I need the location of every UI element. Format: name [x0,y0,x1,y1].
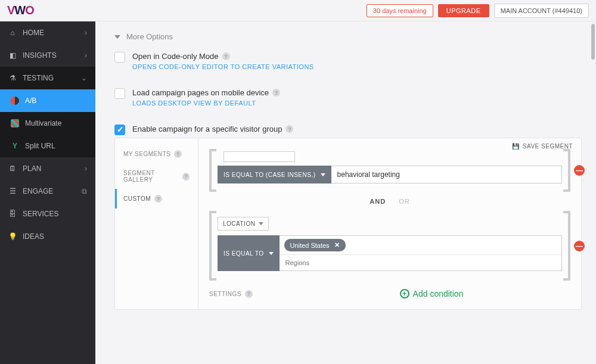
sidebar-item-split-url[interactable]: YSplit URL [0,135,95,157]
sidebar-item-plan[interactable]: 🗓PLAN › [0,157,95,180]
home-icon: ⌂ [8,29,17,37]
help-icon[interactable]: ? [154,195,162,203]
sidebar: ⌂HOME › ◧INSIGHTS › ⚗TESTING ⌄ A/B Multi… [0,21,95,364]
option-mobile-load: Load campaign pages on mobile device? LO… [114,88,582,107]
segment-body: 💾SAVE SEGMENT IS EQUAL TO (CASE INSENS.)… [198,138,581,309]
help-icon[interactable]: ? [245,290,253,298]
option-sublabel: LOADS DESKTOP VIEW BY DEFAULT [132,99,280,107]
more-options-toggle[interactable]: More Options [114,32,582,41]
option-sublabel: OPENS CODE-ONLY EDITOR TO CREATE VARIATI… [132,63,314,70]
multivariate-icon [11,119,19,127]
chevron-down-icon: ⌄ [81,74,87,82]
option-visitor-group: Enable campaign for a specific visitor g… [114,125,582,135]
plus-circle-icon: + [400,289,409,298]
sidebar-item-label: ENGAGE [23,187,53,195]
help-icon[interactable]: ? [182,173,190,181]
caret-down-icon [114,35,120,39]
logic-operator-row: AND OR [207,192,573,211]
help-icon[interactable]: ? [272,89,280,97]
caret-down-icon [269,252,274,255]
segment-panel: MY SEGMENTS? SEGMENT GALLERY? CUSTOM? 💾S… [114,138,582,310]
operator-dropdown[interactable]: IS EQUAL TO [218,235,280,271]
vwo-logo: VWO [7,4,34,17]
ab-icon [11,97,19,105]
regions-input[interactable] [280,255,561,270]
sidebar-item-label: SERVICES [23,210,58,218]
trial-badge: 30 days remaining [367,4,433,17]
sidebar-item-label: A/B [25,97,36,105]
insights-icon: ◧ [8,51,17,60]
caret-down-icon [321,173,325,176]
sidebar-item-label: Multivariate [25,119,61,127]
logic-and[interactable]: AND [370,198,386,205]
bulb-icon: 💡 [8,232,17,241]
segment-tabs: MY SEGMENTS? SEGMENT GALLERY? CUSTOM? [115,138,198,309]
section-title: More Options [126,32,173,41]
add-condition-button[interactable]: +Add condition [290,289,573,298]
upgrade-button[interactable]: UPGRADE [438,4,489,17]
help-icon[interactable]: ? [174,150,182,158]
plan-icon: 🗓 [8,164,17,173]
sidebar-item-engage[interactable]: ☰ENGAGE ⧉ [0,180,95,203]
sidebar-item-label: PLAN [23,164,41,173]
sidebar-item-testing[interactable]: ⚗TESTING ⌄ [0,67,95,89]
tab-segment-gallery[interactable]: SEGMENT GALLERY? [115,164,198,189]
scrollbar-thumb[interactable] [591,24,595,60]
sidebar-item-ideas[interactable]: 💡IDEAS [0,225,95,248]
caret-down-icon [259,222,263,225]
condition-group-2: LOCATION IS EQUAL TO United States✕ — [209,211,570,281]
field-dropdown-location[interactable]: LOCATION [218,217,269,231]
sidebar-item-label: HOME [23,29,44,37]
condition-value-input[interactable] [331,166,562,183]
logic-or[interactable]: OR [399,198,410,205]
sidebar-item-label: IDEAS [23,232,44,241]
option-label: Enable campaign for a specific visitor g… [132,125,282,133]
external-link-icon: ⧉ [82,187,87,195]
content-area: More Options Open in Code-only Mode? OPE… [95,21,596,364]
services-icon: 🗄 [8,210,17,218]
sidebar-item-multivariate[interactable]: Multivariate [0,112,95,135]
operator-dropdown[interactable]: IS EQUAL TO (CASE INSENS.) [218,166,331,183]
sidebar-item-ab[interactable]: A/B [0,89,95,112]
sidebar-item-insights[interactable]: ◧INSIGHTS › [0,44,95,67]
topbar: VWO 30 days remaining UPGRADE MAIN ACCOU… [0,0,596,21]
account-button[interactable]: MAIN ACCOUNT (#449410) [494,4,589,18]
settings-label[interactable]: SETTINGS? [207,290,290,298]
location-value-area: United States✕ [280,235,562,271]
checkbox-code-only[interactable] [114,52,125,63]
split-url-icon: Y [11,142,19,150]
condition-group-1: IS EQUAL TO (CASE INSENS.) — [209,149,570,192]
option-code-only: Open in Code-only Mode? OPENS CODE-ONLY … [114,52,582,70]
remove-tag-icon[interactable]: ✕ [334,241,340,249]
remove-condition-button[interactable]: — [574,241,585,251]
sidebar-item-services[interactable]: 🗄SERVICES [0,203,95,225]
option-label: Open in Code-only Mode [132,52,219,61]
help-icon[interactable]: ? [222,52,230,60]
sidebar-item-label: INSIGHTS [23,51,57,60]
flask-icon: ⚗ [8,74,17,82]
checkbox-visitor-group[interactable] [114,125,125,135]
engage-icon: ☰ [8,187,17,195]
chevron-right-icon: › [85,29,87,37]
sidebar-item-label: TESTING [23,74,54,82]
field-dropdown-stub[interactable] [224,151,295,162]
tab-my-segments[interactable]: MY SEGMENTS? [115,144,198,164]
chevron-right-icon: › [85,164,87,173]
help-icon[interactable]: ? [285,125,293,133]
sidebar-item-home[interactable]: ⌂HOME › [0,21,95,44]
remove-condition-button[interactable]: — [574,165,585,176]
chevron-right-icon: › [85,51,87,60]
location-tag: United States✕ [284,239,346,251]
checkbox-mobile-load[interactable] [114,88,125,99]
option-label: Load campaign pages on mobile device [132,88,269,97]
tab-custom[interactable]: CUSTOM? [115,189,198,209]
sidebar-item-label: Split URL [25,142,55,150]
scrollbar[interactable] [591,21,595,364]
